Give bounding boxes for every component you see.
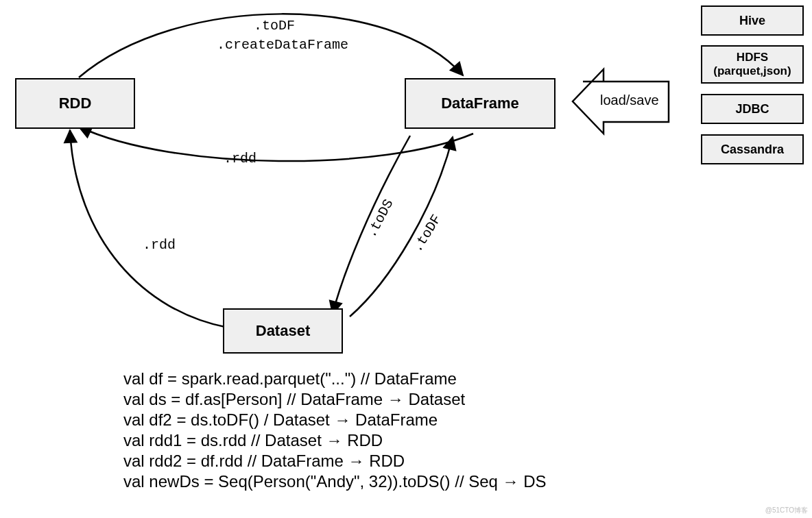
load-save-label: load/save xyxy=(600,92,659,108)
watermark: @51CTO博客 xyxy=(765,506,808,515)
node-dataframe: DataFrame xyxy=(405,78,556,129)
diagram-stage: { "nodes": { "rdd": "RDD", "dataframe": … xyxy=(0,0,812,518)
source-label-2: JDBC xyxy=(735,102,769,116)
edge-label-rdd-dsrdd: .rdd xyxy=(143,237,176,253)
edge-label-todf: .toDF xyxy=(254,18,295,34)
code-line-2: val df2 = ds.toDF() / Dataset → DataFram… xyxy=(123,410,547,430)
source-box-2: JDBC xyxy=(701,94,804,124)
source-label-0: Hive xyxy=(739,14,765,28)
node-rdd-label: RDD xyxy=(59,95,92,112)
source-box-1: HDFS (parquet,json) xyxy=(701,45,804,84)
code-line-1: val ds = df.as[Person] // DataFrame → Da… xyxy=(123,389,547,410)
code-block: val df = spark.read.parquet("...") // Da… xyxy=(123,369,547,492)
code-line-3: val rdd1 = ds.rdd // Dataset → RDD xyxy=(123,430,547,451)
code-line-4: val rdd2 = df.rdd // DataFrame → RDD xyxy=(123,451,547,471)
source-label-3: Cassandra xyxy=(721,143,784,157)
source-label-1: HDFS (parquet,json) xyxy=(713,51,791,77)
node-dataset-label: Dataset xyxy=(256,322,310,340)
source-box-0: Hive xyxy=(701,5,804,36)
code-line-5: val newDs = Seq(Person("Andy", 32)).toDS… xyxy=(123,471,547,492)
edge-label-createdataframe: .createDataFrame xyxy=(217,37,348,53)
node-dataset: Dataset xyxy=(223,308,343,354)
edge-label-rdd-dfrdd: .rdd xyxy=(224,151,256,166)
source-box-3: Cassandra xyxy=(701,134,804,164)
node-dataframe-label: DataFrame xyxy=(441,95,519,112)
node-rdd: RDD xyxy=(15,78,135,129)
edge-dataset-to-rdd xyxy=(70,130,228,328)
edge-dataframe-to-rdd xyxy=(79,127,473,161)
code-line-0: val df = spark.read.parquet("...") // Da… xyxy=(123,369,547,389)
